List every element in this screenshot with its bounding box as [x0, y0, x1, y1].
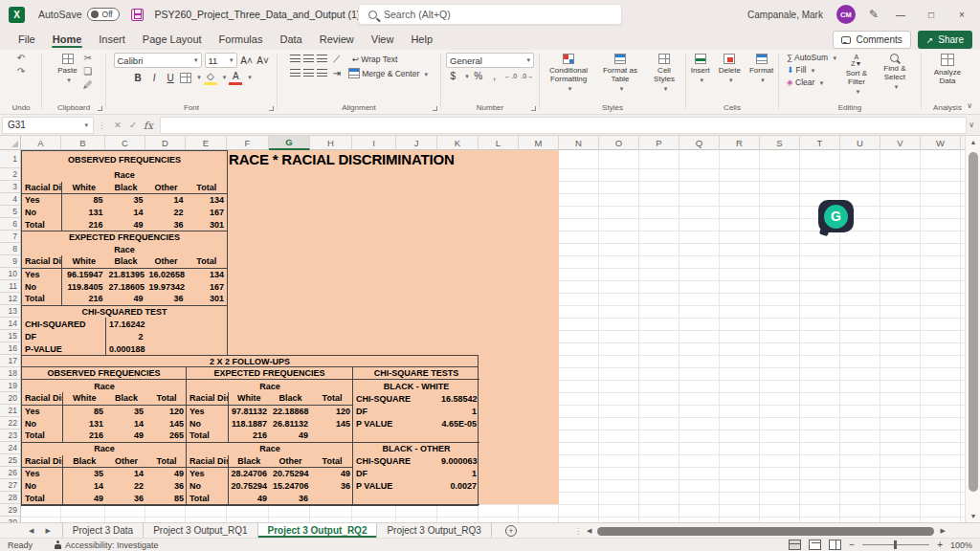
cell[interactable]: CHI-SQUARE — [353, 455, 438, 468]
followup-chi-table[interactable]: BLACK - WHITECHI-SQUARE16.58542DF1P VALU… — [353, 380, 479, 443]
cell[interactable] — [187, 318, 228, 330]
format-cells-button[interactable]: Format▾ — [746, 53, 776, 85]
cell[interactable]: 49 — [106, 430, 146, 442]
cell[interactable]: DF — [22, 330, 106, 342]
cell[interactable]: 216 — [62, 219, 106, 231]
cell[interactable]: 49 — [106, 293, 146, 305]
cell[interactable]: 28.24706 — [228, 468, 270, 480]
cell[interactable]: 15.24706 — [270, 480, 311, 493]
cell[interactable]: 36 — [146, 219, 187, 231]
frequency-table[interactable]: EXPECTED FREQUENCIESRaceRacial Dis.White… — [21, 231, 228, 306]
cell[interactable] — [146, 318, 187, 330]
cell[interactable]: 49 — [62, 493, 106, 505]
cell[interactable]: Total — [311, 392, 353, 405]
cell[interactable]: 145 — [146, 417, 187, 430]
align-center-icon[interactable] — [303, 69, 314, 77]
italic-icon[interactable]: I — [147, 72, 161, 84]
column-header-D[interactable]: D — [145, 136, 186, 150]
document-title[interactable]: PSY260_Project_Three_Data_and_Output (1)… — [155, 9, 370, 20]
comma-style-icon[interactable]: , — [488, 70, 501, 82]
zoom-level[interactable]: 100% — [950, 540, 972, 550]
dialog-launcher-icon[interactable] — [98, 106, 102, 111]
cell[interactable]: Yes — [22, 268, 62, 280]
new-sheet-button[interactable]: + — [505, 525, 517, 537]
ribbon-tab-formulas[interactable]: Formulas — [211, 31, 272, 48]
dialog-launcher-icon[interactable] — [269, 106, 274, 111]
cell[interactable]: 36 — [146, 293, 187, 305]
autosave-toggle[interactable]: Off — [87, 8, 120, 21]
vertical-scrollbar[interactable]: ▲ ▼ — [965, 136, 980, 522]
cell[interactable]: Black — [106, 392, 146, 405]
cell[interactable]: Other — [270, 455, 311, 468]
cell-styles-button[interactable]: Cell Styles▾ — [645, 53, 683, 94]
wrap-text-button[interactable]: ↩ Wrap Text — [352, 55, 397, 64]
cell[interactable]: 22 — [106, 480, 146, 493]
row-header-13[interactable]: 13 — [0, 305, 20, 318]
row-header-26[interactable]: 26 — [0, 467, 20, 479]
cell[interactable]: Race — [187, 443, 353, 455]
page-break-view-icon[interactable] — [829, 540, 841, 550]
cell[interactable]: 9.000063 — [438, 455, 479, 468]
borders-icon[interactable] — [180, 73, 191, 83]
cell[interactable]: 49 — [228, 493, 270, 505]
row-header-17[interactable]: 17 — [0, 355, 20, 367]
minimize-button[interactable]: — — [892, 10, 909, 20]
insert-cells-button[interactable]: Insert▾ — [688, 53, 713, 85]
followups-section[interactable]: 2 X 2 FOLLOW-UPSOBSERVED FREQUENCIESRace… — [21, 355, 479, 506]
row-header-28[interactable]: 28 — [0, 492, 20, 504]
scroll-up-icon[interactable]: ▲ — [966, 139, 980, 145]
cell[interactable]: 167 — [187, 280, 228, 293]
cell[interactable]: 119.8405 — [62, 280, 106, 293]
bold-icon[interactable]: B — [131, 72, 145, 84]
indent-icon[interactable]: ⇥ — [330, 67, 344, 79]
ribbon-tab-view[interactable]: View — [363, 31, 403, 48]
cell[interactable]: 131 — [62, 207, 106, 219]
paste-button[interactable]: Paste▾ — [55, 53, 79, 85]
cell[interactable]: Total — [187, 430, 228, 442]
cell[interactable]: 22.18868 — [270, 405, 311, 417]
column-header-G[interactable]: G — [269, 136, 310, 150]
row-header-16[interactable]: 16 — [0, 342, 20, 355]
cell[interactable]: Racial Dis. — [22, 455, 62, 468]
column-header-E[interactable]: E — [186, 136, 227, 150]
sort-filter-button[interactable]: AZ▼Sort & Filter▾ — [839, 53, 874, 97]
cell[interactable]: 96.15947 — [62, 268, 106, 280]
cell[interactable]: Black — [270, 392, 311, 405]
align-top-icon[interactable] — [290, 55, 301, 63]
autosave-control[interactable]: AutoSave Off — [38, 8, 120, 21]
merge-center-button[interactable]: Merge & Center ▾ — [348, 68, 428, 78]
column-header-O[interactable]: O — [599, 136, 639, 150]
row-header-10[interactable]: 10 — [0, 268, 20, 280]
cell[interactable]: Total — [146, 455, 187, 468]
tab-scroll-left-icon[interactable]: ◀ — [29, 527, 33, 535]
cell[interactable]: Other — [146, 182, 187, 194]
cell[interactable]: White — [228, 392, 270, 405]
cell[interactable]: No — [22, 480, 62, 493]
column-header-F[interactable]: F — [227, 136, 269, 150]
vertical-scroll-thumb[interactable] — [969, 152, 978, 492]
column-header-A[interactable]: A — [21, 136, 61, 150]
cell[interactable]: Racial Dis. — [22, 182, 62, 194]
column-header-P[interactable]: P — [639, 136, 679, 150]
cell[interactable]: 14 — [106, 207, 146, 219]
cell[interactable]: Total — [22, 430, 62, 442]
cancel-icon[interactable]: ✕ — [110, 120, 125, 130]
cell[interactable]: 14 — [62, 480, 106, 493]
cell[interactable]: Yes — [22, 468, 62, 480]
align-bottom-icon[interactable] — [317, 55, 327, 63]
sheet-title-cell[interactable]: RACE * RACIAL DISCRIMINATION — [229, 150, 455, 168]
zoom-out-icon[interactable]: − — [849, 540, 855, 550]
cell[interactable]: 49 — [270, 430, 311, 442]
cell[interactable]: Total — [187, 255, 228, 268]
cell[interactable]: 216 — [62, 430, 106, 442]
row-header-2[interactable]: 2 — [0, 168, 20, 181]
column-header-T[interactable]: T — [800, 136, 840, 150]
cell[interactable]: CHI-SQUARED TEST — [22, 305, 228, 318]
enter-icon[interactable]: ✓ — [125, 120, 141, 130]
cell[interactable]: Yes — [187, 468, 228, 480]
followup-chi-table[interactable]: BLACK - OTHERCHI-SQUARE9.000063DF1P VALU… — [353, 443, 479, 506]
cell[interactable]: Race — [22, 443, 187, 455]
cell[interactable]: Total — [187, 493, 228, 505]
close-button[interactable]: × — [953, 10, 970, 20]
cell[interactable]: 22 — [146, 207, 187, 219]
